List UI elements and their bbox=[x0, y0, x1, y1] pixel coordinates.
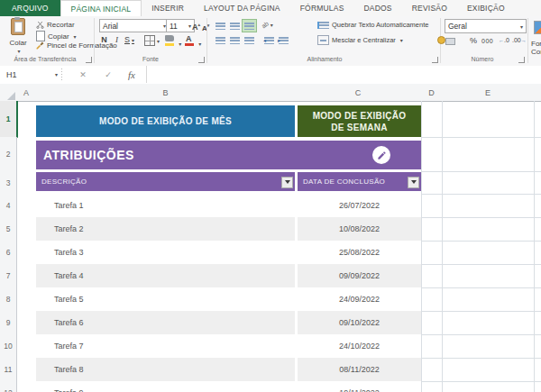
due-date-header-cell[interactable]: DATA DE CONCLUSÃO bbox=[298, 172, 421, 191]
align-bottom-button[interactable] bbox=[242, 19, 257, 32]
cancel-button[interactable]: ✕ bbox=[74, 66, 92, 83]
accounting-format-button[interactable] bbox=[445, 36, 450, 44]
align-right-button[interactable] bbox=[242, 33, 257, 47]
align-center-button[interactable] bbox=[227, 33, 243, 47]
description-header-cell[interactable]: DESCRIÇÃO bbox=[36, 172, 295, 191]
excel-window: ARQUIVO PÁGINA INICIAL INSERIR LAYOUT DA… bbox=[0, 0, 541, 392]
task-date-cell[interactable]: 09/10/2022 bbox=[298, 311, 421, 334]
merge-center-button[interactable]: Mesclar e Centralizar bbox=[317, 35, 403, 45]
tab-inserir[interactable]: INSERIR bbox=[142, 0, 194, 16]
number-format-combo[interactable]: Geral bbox=[445, 19, 527, 33]
font-dialog-launcher[interactable] bbox=[198, 57, 205, 63]
row-header-3[interactable]: 3 bbox=[0, 171, 17, 195]
tab-formulas[interactable]: FÓRMULAS bbox=[290, 0, 354, 16]
comma-style-button[interactable]: 000 bbox=[481, 38, 493, 44]
name-box[interactable]: H1 bbox=[0, 66, 58, 83]
task-name-cell[interactable]: Tarefa 4 bbox=[36, 264, 295, 287]
fill-color-button[interactable] bbox=[164, 35, 181, 48]
column-header-d[interactable]: D bbox=[421, 84, 443, 102]
formula-bar-separator bbox=[61, 68, 62, 80]
task-date-cell[interactable]: 10/08/2022 bbox=[298, 217, 421, 241]
task-name-cell[interactable]: Tarefa 2 bbox=[36, 217, 295, 241]
grow-font-button[interactable]: A▴ bbox=[192, 21, 200, 32]
week-view-header-cell[interactable]: MODO DE EXIBIÇÃO DE SEMANA bbox=[298, 105, 421, 137]
tab-exibicao[interactable]: EXIBIÇÃO bbox=[457, 0, 515, 16]
group-separator bbox=[206, 18, 207, 63]
align-right-icon bbox=[244, 37, 254, 44]
merge-center-icon bbox=[317, 35, 329, 45]
column-header-b[interactable]: B bbox=[36, 84, 296, 102]
name-box-value: H1 bbox=[0, 70, 53, 79]
edit-button[interactable] bbox=[372, 146, 390, 164]
align-middle-button[interactable] bbox=[227, 19, 243, 32]
task-date-cell[interactable]: 09/09/2022 bbox=[298, 264, 421, 287]
select-all-corner[interactable] bbox=[0, 84, 17, 102]
tab-layout-da-pagina[interactable]: LAYOUT DA PÁGINA bbox=[194, 0, 290, 16]
description-filter-button[interactable] bbox=[281, 177, 293, 188]
task-name-cell[interactable]: Tarefa 7 bbox=[36, 334, 295, 358]
conditional-formatting-label: For bbox=[531, 40, 541, 48]
italic-button[interactable]: I bbox=[112, 35, 122, 44]
task-name-cell[interactable]: Tarefa 9 bbox=[36, 381, 295, 392]
task-date-cell[interactable]: 25/08/2022 bbox=[298, 241, 421, 264]
due-date-filter-button[interactable] bbox=[408, 177, 419, 188]
task-name-cell[interactable]: Tarefa 5 bbox=[36, 287, 295, 311]
month-view-header-cell[interactable]: MODO DE EXIBIÇÃO DE MÊS bbox=[36, 105, 295, 137]
brush-icon bbox=[36, 41, 44, 50]
tab-dados[interactable]: DADOS bbox=[354, 0, 402, 16]
task-date-cell[interactable]: 26/07/2022 bbox=[298, 194, 421, 217]
enter-button[interactable]: ✓ bbox=[99, 66, 117, 83]
task-date-cell[interactable]: 24/09/2022 bbox=[298, 287, 421, 311]
tab-revisao[interactable]: REVISÃO bbox=[402, 0, 457, 16]
row-header-1[interactable]: 1 bbox=[0, 101, 18, 138]
tab-arquivo[interactable]: ARQUIVO bbox=[0, 0, 60, 16]
increase-decimal-button[interactable] bbox=[499, 37, 509, 43]
merge-center-label: Mesclar e Centralizar bbox=[332, 36, 396, 44]
font-size-combo[interactable]: 11 bbox=[166, 19, 195, 32]
task-name-cell[interactable]: Tarefa 3 bbox=[36, 241, 295, 264]
wrap-text-label: Quebrar Texto Automaticamente bbox=[332, 21, 428, 29]
gridline bbox=[421, 171, 541, 172]
assignments-title-cell[interactable]: ATRIBUIÇÕES bbox=[36, 141, 421, 169]
conditional-formatting-button[interactable]: For Con bbox=[531, 40, 541, 56]
column-header-partial[interactable] bbox=[534, 84, 541, 102]
clipboard-dialog-launcher[interactable] bbox=[86, 57, 92, 63]
underline-button[interactable]: S bbox=[124, 35, 134, 44]
align-top-button[interactable] bbox=[213, 19, 228, 32]
task-name-cell[interactable]: Tarefa 8 bbox=[36, 358, 295, 381]
formula-input[interactable] bbox=[146, 66, 541, 83]
table-row: Tarefa 8 08/11/2022 bbox=[0, 358, 541, 381]
row-header-2[interactable]: 2 bbox=[0, 137, 17, 172]
insert-function-button[interactable]: fx bbox=[123, 66, 141, 83]
copy-button[interactable]: Copiar bbox=[36, 31, 77, 41]
task-date-cell[interactable]: 24/10/2022 bbox=[298, 334, 421, 358]
copy-icon bbox=[36, 31, 45, 41]
column-header-a[interactable]: A bbox=[16, 84, 37, 102]
increase-indent-button[interactable] bbox=[276, 33, 291, 47]
task-name-cell[interactable]: Tarefa 6 bbox=[36, 311, 295, 334]
column-header-e[interactable]: E bbox=[442, 84, 535, 102]
percent-style-button[interactable]: % bbox=[470, 36, 477, 45]
wrap-text-button[interactable]: Quebrar Texto Automaticamente bbox=[317, 21, 428, 29]
sheet-grid: A B C D E 1 2 3 4 5 6 7 8 9 10 11 12 MO bbox=[0, 84, 541, 392]
decrease-indent-button[interactable] bbox=[261, 33, 277, 47]
paste-button[interactable]: Colar bbox=[4, 18, 32, 54]
font-color-button[interactable]: A bbox=[184, 34, 201, 48]
task-name-cell[interactable]: Tarefa 1 bbox=[36, 194, 295, 217]
bold-button[interactable]: N bbox=[99, 35, 109, 44]
alignment-dialog-launcher[interactable] bbox=[432, 57, 438, 63]
column-header-c[interactable]: C bbox=[295, 84, 422, 102]
font-size-value: 11 bbox=[170, 22, 178, 31]
borders-button[interactable] bbox=[144, 35, 160, 46]
cut-button[interactable]: Recortar bbox=[36, 21, 75, 29]
table-row: Tarefa 9 19/11/2022 bbox=[0, 381, 541, 392]
task-date-cell[interactable]: 08/11/2022 bbox=[298, 358, 421, 381]
decrease-decimal-button[interactable] bbox=[512, 37, 527, 43]
task-date-cell[interactable]: 19/11/2022 bbox=[298, 381, 421, 392]
number-dialog-launcher[interactable] bbox=[518, 57, 525, 63]
orientation-button[interactable]: ab bbox=[261, 21, 273, 29]
tab-pagina-inicial[interactable]: PÁGINA INICIAL bbox=[60, 0, 142, 16]
font-name-combo[interactable]: Arial bbox=[99, 19, 170, 32]
align-left-button[interactable] bbox=[213, 33, 228, 47]
group-separator bbox=[94, 18, 95, 63]
